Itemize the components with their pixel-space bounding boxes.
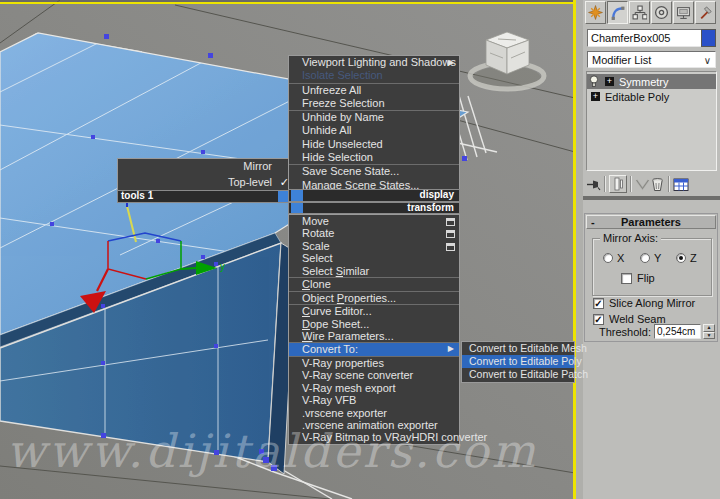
settings-box-icon[interactable] [446,218,455,226]
radio-axis-x[interactable]: X [603,252,624,264]
slice-along-mirror-row[interactable]: ✓ Slice Along Mirror [593,297,695,309]
menu-item-top-level[interactable]: Top-level ✓ [118,175,294,191]
settings-box-icon[interactable] [446,243,455,251]
command-panel-tabs [585,1,717,24]
modifier-stack-row-symmetry[interactable]: + Symmetry [587,74,716,89]
parameters-rollout-header[interactable]: - Parameters [586,215,716,229]
object-name-field[interactable]: ChamferBox005 [587,29,704,47]
radio-icon[interactable] [603,253,613,263]
quad-title-display[interactable]: display [288,189,460,202]
hierarchy-icon [632,5,647,20]
menu-item-scale[interactable]: Scale [289,240,459,252]
quad-menu-tools: Mirror Top-level ✓ [117,158,295,192]
menu-item-wire-parameters[interactable]: Wire Parameters... [289,330,459,342]
menu-item-vray-properties[interactable]: V-Ray properties [289,357,459,369]
radio-icon[interactable] [640,253,650,263]
menu-item-dope-sheet[interactable]: Dope Sheet... [289,318,459,330]
menu-item-viewport-lighting[interactable]: Viewport Lighting and Shadows ▶ [289,56,459,69]
quad-indicator-square [291,190,303,201]
menu-item-vray-bitmap-converter[interactable]: V-Ray Bitmap to VRayHDRI converter [289,431,459,443]
spinner-down-icon[interactable]: ▼ [703,332,715,340]
radio-icon-selected[interactable] [676,253,686,263]
pin-stack-icon[interactable] [586,177,601,192]
menu-item-move[interactable]: Move [289,215,459,227]
modifier-stack: + Symmetry + Editable Poly [586,71,717,171]
spinner-up-icon[interactable]: ▲ [703,324,715,332]
expand-plus-icon[interactable]: + [605,77,614,86]
menu-item-select[interactable]: Select [289,252,459,264]
menu-item-vray-mesh-export[interactable]: V-Ray mesh export [289,382,459,394]
panel-divider [583,196,720,200]
convert-to-submenu: Convert to Editable Mesh Convert to Edit… [461,341,575,383]
weld-checkbox[interactable]: ✓ [593,314,604,325]
menu-item-mirror[interactable]: Mirror [118,159,294,175]
menu-item-unfreeze-all[interactable]: Unfreeze All [289,84,459,97]
show-end-result-button[interactable] [609,175,627,193]
threshold-input[interactable]: 0,254cm [654,324,701,339]
menu-item-unhide-by-name[interactable]: Unhide by Name [289,111,459,124]
menu-item-vray-vfb[interactable]: V-Ray VFB [289,394,459,406]
menu-item-rotate[interactable]: Rotate [289,227,459,239]
modifier-onoff-bulb-icon[interactable] [589,75,601,88]
tab-display[interactable] [673,1,694,24]
slice-checkbox[interactable]: ✓ [593,298,604,309]
menu-item-convert-editable-patch[interactable]: Convert to Editable Patch [462,368,574,381]
tab-hierarchy[interactable] [629,1,650,24]
submenu-arrow-icon: ▶ [448,343,454,355]
tab-utilities[interactable] [695,1,716,24]
utilities-hammer-icon [698,5,713,20]
viewport-gutter [576,0,583,499]
remove-modifier-trash-icon[interactable] [650,177,665,192]
expand-plus-icon[interactable]: + [591,92,600,101]
make-unique-icon[interactable] [635,178,650,191]
menu-item-convert-editable-poly[interactable]: Convert to Editable Poly [462,355,574,368]
tab-modify[interactable] [607,1,628,24]
radio-axis-z[interactable]: Z [676,252,697,264]
gizmo-y-label: y [220,261,225,272]
toolbar-divider [668,176,670,192]
submenu-arrow-icon: ▶ [448,56,454,69]
menu-item-vrscene-exporter[interactable]: .vrscene exporter [289,407,459,419]
modifier-list-dropdown[interactable]: Modifier List ∨ [587,51,716,68]
menu-item-curve-editor[interactable]: Curve Editor... [289,305,459,317]
menu-item-clone[interactable]: Clone [289,278,459,290]
active-viewport-border-top [0,2,575,4]
flip-checkbox[interactable] [621,273,632,284]
application-window: y Mirror Top-level ✓ tools 1 [0,0,720,499]
menu-item-object-properties[interactable]: Object Properties... [289,292,459,304]
object-color-swatch[interactable] [701,29,716,47]
motion-wheel-icon [654,5,669,20]
quad-indicator-square [291,203,303,214]
menu-item-vrscene-animation-exporter[interactable]: .vrscene animation exporter [289,419,459,431]
modifier-stack-row-editable-poly[interactable]: + Editable Poly [587,89,716,104]
flip-checkbox-row[interactable]: Flip [621,272,655,284]
menu-item-convert-to[interactable]: Convert To: ▶ [289,343,459,355]
configure-modifier-sets-icon[interactable] [673,177,689,192]
modify-curve-icon [610,5,625,20]
toolbar-divider [604,176,606,192]
quad-title-transform[interactable]: transform [288,202,460,215]
menu-item-isolate-selection[interactable]: Isolate Selection [289,69,459,82]
quad-menu-display: Viewport Lighting and Shadows ▶ Isolate … [288,55,460,193]
menu-item-hide-selection[interactable]: Hide Selection [289,151,459,164]
tab-create[interactable] [585,1,606,24]
radio-axis-y[interactable]: Y [640,252,661,264]
menu-item-freeze-selection[interactable]: Freeze Selection [289,97,459,110]
menu-item-convert-editable-mesh[interactable]: Convert to Editable Mesh [462,342,574,355]
menu-item-hide-unselected[interactable]: Hide Unselected [289,138,459,151]
menu-item-unhide-all[interactable]: Unhide All [289,124,459,137]
menu-item-vray-scene-converter[interactable]: V-Ray scene converter [289,369,459,381]
chevron-down-icon: ∨ [704,52,711,69]
tab-motion[interactable] [651,1,672,24]
threshold-spinner: ▲ ▼ [703,324,715,339]
parameters-rollout: - Parameters Mirror Axis: X Y Z [584,213,718,342]
settings-box-icon[interactable] [446,230,455,238]
menu-item-save-scene-state[interactable]: Save Scene State... [289,165,459,178]
display-monitor-icon [676,5,691,20]
command-panel: ChamferBox005 Modifier List ∨ + Symmetry… [583,0,720,499]
quad-title-tools[interactable]: tools 1 [117,190,291,203]
modifier-stack-toolbar [586,173,717,195]
threshold-label: Threshold: [599,326,651,338]
create-star-icon [588,5,603,20]
menu-item-select-similar[interactable]: Select Similar [289,265,459,277]
